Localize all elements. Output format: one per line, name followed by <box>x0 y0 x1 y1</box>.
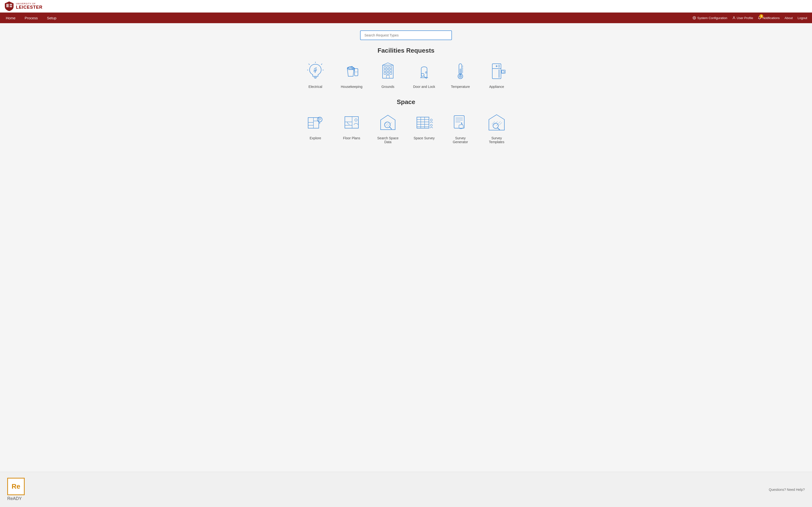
search-space-item[interactable]: Search Space Data <box>374 112 401 144</box>
footer: Re ReADY Questions? Need Help? <box>0 472 812 507</box>
door-icon <box>414 61 434 80</box>
main-content: Facilities Requests Electrical <box>0 23 812 472</box>
facilities-grid: Electrical <box>5 60 807 89</box>
notifications-button[interactable]: 3 Notifications <box>758 16 779 20</box>
space-grid: Explore Floor Plans <box>5 112 807 144</box>
shield-icon <box>5 1 13 11</box>
search-container <box>5 31 807 40</box>
svg-rect-1 <box>10 4 12 5</box>
survey-generator-icon-box <box>450 112 471 133</box>
svg-rect-20 <box>387 67 389 68</box>
system-config-button[interactable]: System Configuration <box>693 16 727 20</box>
svg-line-9 <box>309 64 310 65</box>
appliance-label: Appliance <box>489 85 504 89</box>
notifications-label: Notifications <box>762 16 779 20</box>
floor-plans-icon-box <box>341 112 362 133</box>
bucket-icon <box>342 61 361 80</box>
svg-rect-27 <box>390 72 392 74</box>
svg-line-74 <box>389 127 392 129</box>
explore-icon-box <box>305 112 326 133</box>
floor-plans-item[interactable]: Floor Plans <box>338 112 365 144</box>
svg-rect-26 <box>387 72 389 74</box>
svg-point-83 <box>430 124 433 126</box>
logout-button[interactable]: Logout <box>798 16 807 20</box>
ready-icon-box: Re <box>7 478 24 495</box>
svg-line-94 <box>497 128 500 130</box>
svg-line-29 <box>383 63 388 65</box>
ready-logo: Re ReADY <box>7 478 24 501</box>
space-survey-label: Space Survey <box>413 136 435 140</box>
gear-icon <box>693 16 696 19</box>
svg-rect-21 <box>390 67 392 68</box>
survey-templates-label: Survey Templates <box>483 136 510 144</box>
svg-point-32 <box>425 72 427 73</box>
nav-right: System Configuration User Profile 3 Noti… <box>693 16 807 20</box>
electrical-label: Electrical <box>309 85 322 89</box>
ready-icon-text: Re <box>12 483 20 490</box>
svg-point-55 <box>504 71 505 72</box>
appliance-item[interactable]: Appliance <box>483 60 510 89</box>
explore-item[interactable]: Explore <box>302 112 329 144</box>
survey-templates-icon-box <box>486 112 507 133</box>
lightbulb-icon <box>306 61 325 80</box>
fridge-icon <box>487 61 506 80</box>
survey-generator-label: Survey Generator <box>447 136 474 144</box>
search-input[interactable] <box>360 31 452 40</box>
facilities-title: Facilities Requests <box>5 47 807 54</box>
grounds-icon-box <box>377 60 399 82</box>
grounds-item[interactable]: Grounds <box>374 60 401 89</box>
temperature-icon-box <box>450 60 471 82</box>
svg-rect-14 <box>355 68 358 76</box>
housekeeping-label: Housekeeping <box>341 85 362 89</box>
housekeeping-item[interactable]: Housekeeping <box>338 60 365 89</box>
nav-setup[interactable]: Setup <box>46 13 57 22</box>
house-search-icon <box>378 113 398 132</box>
logo-text: UNIVERSITY OF LEICESTER <box>16 3 43 10</box>
temperature-item[interactable]: Temperature <box>447 60 474 89</box>
house-magnify-icon <box>487 113 506 132</box>
survey-templates-item[interactable]: Survey Templates <box>483 112 510 144</box>
help-link[interactable]: Questions? Need Help? <box>769 488 805 492</box>
housekeeping-icon-box <box>341 60 362 82</box>
door-lock-item[interactable]: Door and Lock <box>411 60 438 89</box>
space-title: Space <box>5 98 807 106</box>
svg-line-89 <box>492 121 495 124</box>
leicester-label: LEICESTER <box>16 5 43 10</box>
svg-point-40 <box>459 74 462 78</box>
svg-point-68 <box>355 119 357 121</box>
svg-rect-54 <box>502 70 504 73</box>
electrical-icon-box <box>305 60 326 82</box>
grounds-label: Grounds <box>382 85 394 89</box>
space-survey-item[interactable]: Space Survey <box>411 112 438 144</box>
ready-text: ReADY <box>7 496 22 501</box>
map-pin-icon <box>306 113 325 132</box>
svg-point-63 <box>319 118 321 120</box>
about-button[interactable]: About <box>784 16 793 20</box>
system-config-label: System Configuration <box>697 16 727 20</box>
survey-grid-icon <box>414 113 434 132</box>
svg-rect-64 <box>345 117 358 128</box>
svg-line-11 <box>321 64 322 65</box>
floor-plan-icon <box>342 113 361 132</box>
search-space-icon-box <box>377 112 399 133</box>
explore-label: Explore <box>310 136 321 140</box>
svg-line-92 <box>499 122 502 125</box>
user-profile-button[interactable]: User Profile <box>732 16 753 20</box>
search-space-label: Search Space Data <box>374 136 401 144</box>
survey-generator-item[interactable]: Survey Generator <box>447 112 474 144</box>
svg-rect-23 <box>387 69 389 71</box>
building-icon <box>378 61 398 80</box>
floor-plans-label: Floor Plans <box>343 136 360 140</box>
electrical-item[interactable]: Electrical <box>302 60 329 89</box>
svg-line-30 <box>388 63 393 65</box>
svg-rect-39 <box>460 68 461 75</box>
nav-left: Home Process Setup <box>5 13 693 22</box>
svg-rect-0 <box>6 4 9 7</box>
nav-process[interactable]: Process <box>24 13 39 22</box>
svg-point-3 <box>694 17 695 18</box>
nav-home[interactable]: Home <box>5 13 16 22</box>
svg-rect-19 <box>384 67 386 68</box>
svg-rect-75 <box>417 117 429 128</box>
logout-label: Logout <box>798 16 807 20</box>
user-icon <box>732 16 735 19</box>
